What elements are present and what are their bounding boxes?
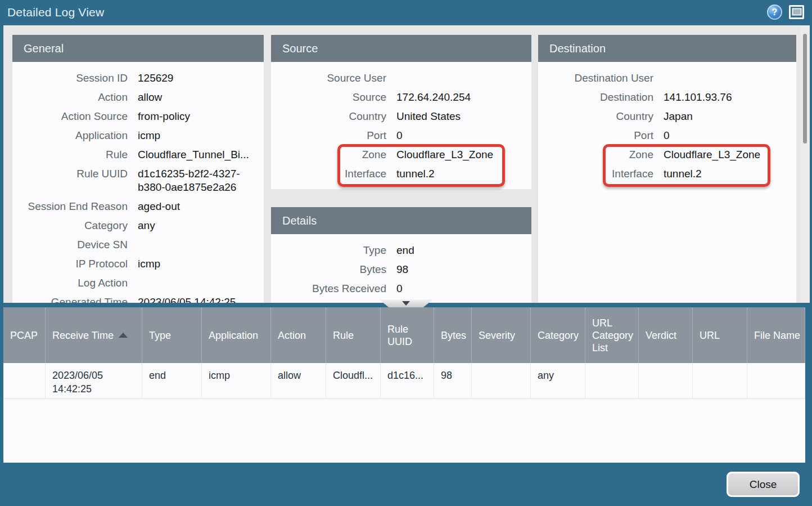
column-header-label: Action [278, 329, 306, 342]
field-label: Source [271, 91, 386, 104]
field-label: Log Action [12, 276, 128, 290]
column-header-receive-time[interactable]: Receive Time [46, 307, 142, 363]
field-value [664, 71, 796, 85]
field-label: Rule [12, 148, 128, 162]
column-header-label: Category [538, 329, 579, 342]
field-label: Action [12, 91, 128, 104]
field-value: 125629 [138, 71, 264, 85]
help-icon[interactable]: ? [767, 5, 782, 20]
scrollbar-thumb[interactable] [803, 34, 807, 144]
column-header-category[interactable]: Category [531, 307, 585, 363]
column-header-rule-uuid[interactable]: Rule UUID [381, 307, 434, 363]
field-value: icmp [138, 129, 264, 142]
field-value [396, 71, 531, 85]
field-value: from-policy [138, 110, 264, 123]
field-value: any [138, 219, 264, 232]
column-header-label: Verdict [646, 329, 676, 342]
field-row-destination: Destination141.101.93.76 [538, 88, 796, 107]
titlebar-icons: ? [767, 5, 804, 20]
column-header-url[interactable]: URL [693, 307, 747, 363]
field-label: Destination [538, 91, 653, 104]
panel-general-body: Session ID125629 Actionallow Action Sour… [12, 62, 264, 303]
field-label: Bytes [271, 263, 386, 276]
log-detail-section: General Session ID125629 Actionallow Act… [3, 25, 800, 303]
vertical-scrollbar[interactable] [800, 25, 810, 303]
field-value: Japan [664, 110, 796, 123]
cell-rule: Cloudfl... [326, 363, 381, 398]
maximize-window-icon[interactable] [789, 5, 804, 19]
column-header-file-name[interactable]: File Name [747, 307, 805, 363]
field-row-device-sn: Device SN [12, 235, 264, 254]
field-row-action: Actionallow [12, 88, 264, 107]
field-label: Interface [538, 167, 653, 181]
field-row-rule: RuleCloudflare_Tunnel_Bi... [12, 145, 264, 164]
field-value: 141.101.93.76 [664, 91, 796, 104]
field-value: 0 [396, 282, 531, 295]
dialog-titlebar: Detailed Log View ? [0, 0, 812, 25]
log-table: PCAP Receive Time Type Application Actio… [3, 307, 805, 463]
field-row-ip-protocol: IP Protocolicmp [12, 254, 264, 274]
cell-bytes: 98 [434, 363, 472, 398]
panel-source-body: Source User Source172.64.240.254 Country… [271, 62, 531, 189]
field-value: Cloudflare_L3_Zone [664, 148, 796, 162]
field-value: United States [396, 110, 531, 123]
field-value: icmp [138, 257, 264, 271]
column-header-action[interactable]: Action [271, 307, 326, 363]
column-header-pcap[interactable]: PCAP [3, 307, 46, 363]
close-button[interactable]: Close [727, 472, 800, 497]
field-label: Zone [271, 148, 386, 162]
field-value: 98 [396, 263, 531, 276]
column-header-type[interactable]: Type [142, 307, 202, 363]
field-row-destination-user: Destination User [538, 69, 796, 88]
field-label: Action Source [12, 110, 128, 123]
field-value: 0 [664, 129, 796, 142]
column-header-label: URL [700, 329, 720, 342]
field-value: Cloudflare_L3_Zone [396, 148, 531, 162]
cell-receive-time: 2023/06/05 14:42:25 [46, 363, 142, 398]
field-row-type: Typeend [271, 241, 531, 260]
field-label: Source User [271, 71, 386, 85]
column-header-label: Rule [333, 329, 354, 342]
cell-url [693, 363, 747, 398]
field-label: Interface [271, 167, 386, 181]
field-value [138, 276, 264, 290]
field-row-source: Source172.64.240.254 [271, 88, 531, 107]
field-label: Rule UUID [12, 167, 128, 194]
field-row-log-action: Log Action [12, 274, 264, 293]
column-header-application[interactable]: Application [202, 307, 271, 363]
field-row-session-end-reason: Session End Reasonaged-out [12, 197, 264, 216]
column-header-verdict[interactable]: Verdict [639, 307, 693, 363]
field-label: Bytes Received [271, 282, 386, 295]
column-header-url-category-list[interactable]: URL Category List [585, 307, 639, 363]
column-header-label: Severity [479, 329, 515, 342]
field-label: Zone [538, 148, 653, 162]
field-label: Category [12, 219, 128, 232]
cell-action: allow [271, 363, 326, 398]
field-row-port: Port0 [538, 126, 796, 145]
field-row-zone: ZoneCloudflare_L3_Zone [271, 145, 531, 164]
help-icon-glyph: ? [772, 7, 778, 17]
cell-type: end [142, 363, 202, 398]
cell-severity [472, 363, 531, 398]
field-value: 0 [396, 129, 531, 142]
field-label: Country [271, 110, 386, 123]
column-header-bytes[interactable]: Bytes [434, 307, 472, 363]
column-header-severity[interactable]: Severity [472, 307, 531, 363]
field-label: Session ID [12, 71, 128, 85]
field-label: Device SN [12, 238, 128, 252]
field-label: Generated Time [12, 295, 128, 303]
cell-application: icmp [202, 363, 271, 398]
field-row-country: CountryUnited States [271, 107, 531, 126]
column-header-label: Application [209, 329, 258, 342]
sort-ascending-icon [119, 333, 128, 338]
field-row-action-source: Action Sourcefrom-policy [12, 107, 264, 126]
field-value [138, 238, 264, 252]
field-row-interface: Interfacetunnel.2 [538, 164, 796, 183]
panel-destination: Destination Destination User Destination… [538, 35, 796, 303]
field-label: Destination User [538, 71, 653, 85]
cell-url-category-list [585, 363, 639, 398]
field-value: Cloudflare_Tunnel_Bi... [138, 148, 264, 162]
column-header-rule[interactable]: Rule [326, 307, 381, 363]
table-row[interactable]: 2023/06/05 14:42:25 end icmp allow Cloud… [3, 363, 805, 399]
collapse-splitter-handle[interactable] [379, 299, 433, 307]
